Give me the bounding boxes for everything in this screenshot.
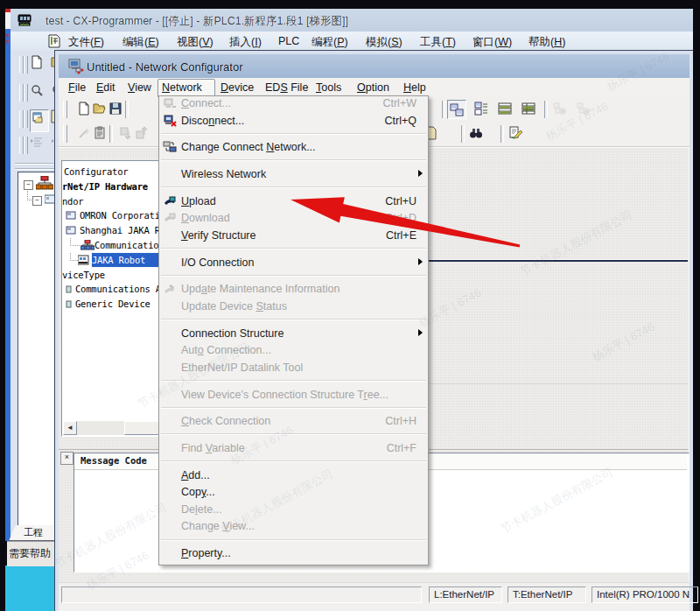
device-table-button[interactable] [496,100,514,117]
nc-menu-eds-file[interactable]: EDS File [265,81,308,94]
menu-item-change-view[interactable]: Change View... [160,517,427,535]
message-panel-close-button[interactable]: × [60,452,74,465]
cx-menu-窗口[interactable]: 窗口(W) [472,35,512,50]
menu-separator [161,460,426,462]
cx-menu-工具[interactable]: 工具(T) [420,35,456,50]
menu-item-connection-structure[interactable]: Connection Structure [160,325,427,342]
cx-menu-视图[interactable]: 视图(V) [177,35,214,50]
new-network-button[interactable] [75,100,93,117]
menu-item-shortcut: Ctrl+W [382,97,416,109]
cx-new-icon-svg-path [32,56,41,68]
menu-separator [161,433,426,435]
change-network-icon-svg-rect [164,142,170,146]
menu-item-upload[interactable]: UploadCtrl+U [160,193,427,210]
notes-icon-svg-rect [98,127,102,130]
nc-menu-tools[interactable]: Tools [316,81,341,94]
download-to-network-icon-svg-rect [121,128,128,135]
mnemonic-underline: a [201,283,207,295]
menu-item-property[interactable]: Property... [160,544,427,562]
cx-project-tab-label: 工程 [24,527,43,537]
nc-menu-edit[interactable]: Edit [96,81,116,94]
cx-menu-PLC[interactable]: PLC [278,35,299,47]
device-parameters-button[interactable] [520,100,537,117]
nc-menu-device[interactable]: Device [220,81,254,94]
hscroll-left-button[interactable]: ◄ [63,421,77,435]
save-network-button[interactable] [107,100,124,117]
menu-item-auto-connection[interactable]: Auto Connection... [160,341,427,359]
remove-device-icon-svg [576,102,590,116]
detail-view-button[interactable] [472,100,490,117]
cx-menu-插入[interactable]: 插入(I) [229,35,262,50]
cx-menu-模拟[interactable]: 模拟(S) [366,35,402,50]
menu-item-ethernet-ip-datalink-tool[interactable]: EtherNet/IP Datalink Tool [160,359,427,376]
network-configurator-app-icon-svg-rect [76,68,80,72]
cx-titlebar[interactable]: test - CX-Programmer - [[停止] - 新PLC1.新程序… [10,9,693,32]
cx-align-icon-svg-path [31,139,33,143]
download-to-network-button[interactable] [117,124,135,142]
change-network-icon [163,140,177,154]
menu-item-change-connect-network[interactable]: Change Connect Network... [160,138,427,156]
cx-window-view-icon[interactable] [30,109,49,132]
nc-menu-help[interactable]: Help [403,81,426,94]
cx-menu-帮助[interactable]: 帮助(H) [528,35,565,50]
eds-file-edit-button[interactable] [507,124,524,142]
cx-menu-编辑[interactable]: 编辑(E) [122,35,159,50]
desktop-taskbar-fragment [5,565,54,611]
notes-icon [93,126,107,144]
menu-separator [161,275,426,277]
remove-device-button[interactable] [574,100,592,117]
cx-new-icon[interactable] [30,55,44,73]
nc-menu-view[interactable]: View [128,81,151,94]
cx-align-icon[interactable] [30,136,44,153]
notes-button[interactable] [91,124,108,142]
open-network-button[interactable] [91,100,108,117]
menu-item-delete[interactable]: Delete... [160,501,427,518]
cx-menu-文件[interactable]: 文件(F) [68,35,104,50]
cx-zoom-icon-svg-path [38,92,42,95]
menu-item-shortcut: Ctrl+U [385,195,416,207]
nc-titlebar[interactable]: Untitled - Network Configurator [59,54,690,78]
menu-item-add[interactable]: Add... [160,467,427,484]
mnemonic-underline: S [391,36,398,48]
menu-item-find-variable[interactable]: Find VariableCtrl+F [160,439,427,457]
tree-network-icon-svg-rect [86,246,90,249]
mnemonic-underline: F [68,81,75,94]
find-button[interactable] [467,124,485,142]
mnemonic-underline: O [357,81,366,94]
tree-expander[interactable]: − [32,196,42,206]
menu-item-wireless-network[interactable]: Wireless Network [160,165,427,183]
menu-item-update-maintenance-information[interactable]: Update Maintenance Information [160,280,427,298]
menu-item-label: View Device's Connection Structure Tree.… [181,389,388,401]
nc-menu-file[interactable]: File [68,81,86,94]
submenu-arrow-icon [418,170,423,177]
menu-item-view-device-s-connection-structure-tree[interactable]: View Device's Connection Structure Tree.… [160,386,427,404]
upload-from-network-button[interactable] [133,124,150,142]
cx-project-tab[interactable]: 工程 [9,525,58,541]
menu-item-check-connection[interactable]: Check ConnectionCtrl+H [160,412,427,430]
partially-hidden-icon [427,126,441,144]
large-icons-view-button[interactable] [447,100,466,119]
menu-item-label: Property... [181,547,231,559]
menu-item-label: Disconnect... [181,115,244,127]
cx-menu-编程[interactable]: 编程(P) [312,35,348,50]
cx-zoom-icon[interactable] [30,83,44,101]
setup-wizard-button[interactable] [75,124,93,142]
nc-menu-option[interactable]: Option [357,81,389,94]
menu-item-disconnect[interactable]: Disconnect...Ctrl+Q [160,112,427,130]
nc-menu-network[interactable]: Network [162,81,202,94]
tree-network-icon-svg-rect [85,240,90,243]
menu-item-download[interactable]: DownloadCtrl+D [160,209,427,227]
menu-item-copy[interactable]: Copy... [160,483,427,501]
toolbar-separator [500,125,504,143]
cx-zoom-icon-svg [30,83,44,97]
menu-item-update-device-status[interactable]: Update Device Status [160,298,427,315]
cx-project-tree-panel: −− [18,172,56,527]
menu-item-verify-structure[interactable]: Verify StructureCtrl+E [160,227,427,244]
menu-item-label: EtherNet/IP Datalink Tool [181,362,303,374]
cx-toolbar-divider [15,163,55,164]
menu-item-i-o-connection[interactable]: I/O Connection [160,254,427,271]
tree-vendor-icon-svg-rect [67,213,71,215]
add-device-button[interactable] [550,100,568,117]
menu-item-connect[interactable]: Connect...Ctrl+W [160,95,427,112]
menu-item-label: Auto Connection... [181,344,271,356]
